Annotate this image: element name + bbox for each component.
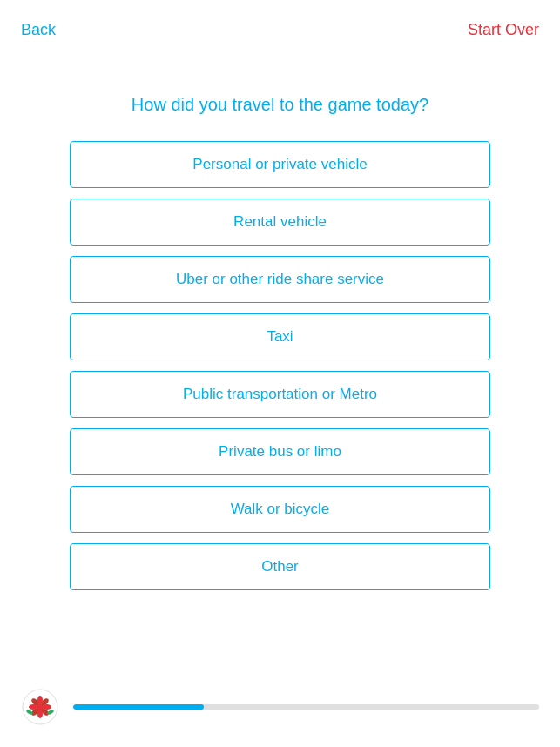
question-text: How did you travel to the game today? [132,95,428,115]
progress-bar-container [73,704,539,710]
option-uber-rideshare[interactable]: Uber or other ride share service [70,256,490,303]
option-public-transit[interactable]: Public transportation or Metro [70,371,490,418]
option-private-bus[interactable]: Private bus or limo [70,428,490,475]
back-button[interactable]: Back [21,17,56,43]
header: Back Start Over [0,0,560,43]
option-other[interactable]: Other [70,543,490,590]
progress-bar-fill [73,704,204,710]
footer [0,688,560,726]
option-rental-vehicle[interactable]: Rental vehicle [70,199,490,246]
rose-logo [21,688,59,726]
start-over-button[interactable]: Start Over [468,17,539,43]
option-walk-bicycle[interactable]: Walk or bicycle [70,486,490,533]
option-personal-vehicle[interactable]: Personal or private vehicle [70,141,490,188]
options-list: Personal or private vehicleRental vehicl… [70,141,490,590]
main-content: How did you travel to the game today? Pe… [0,95,560,590]
option-taxi[interactable]: Taxi [70,313,490,360]
